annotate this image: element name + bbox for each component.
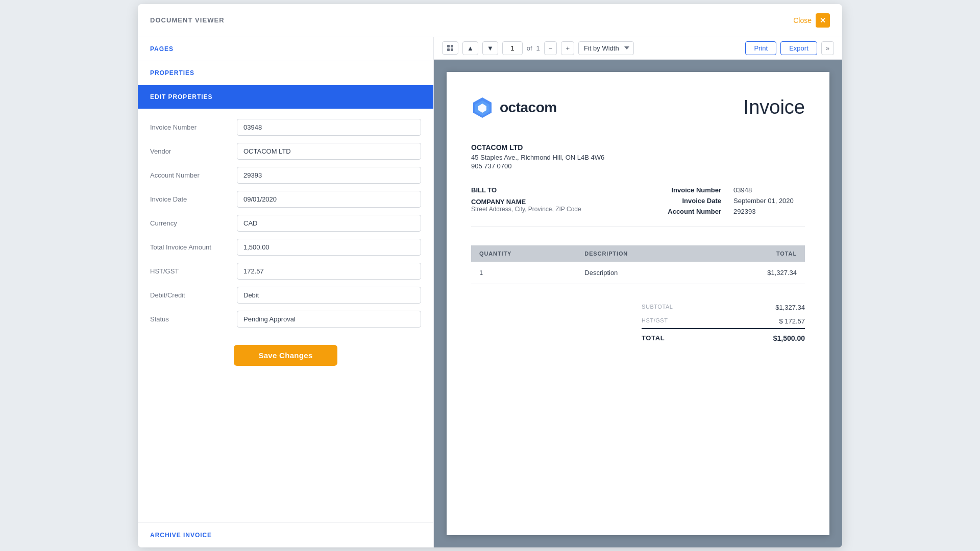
meta-account-number-value: 292393 <box>733 208 805 215</box>
form-label: Currency <box>150 219 237 227</box>
col-description: DESCRIPTION <box>576 245 705 262</box>
table-header-row: QUANTITY DESCRIPTION TOTAL <box>471 245 805 262</box>
form-input-vendor[interactable] <box>237 143 421 160</box>
subtotal-row: SUBTOTAL $1,327.34 <box>642 300 805 314</box>
right-panel: ▲ ▼ 1 of 1 − + Fit by Width Print Export… <box>434 37 842 547</box>
form-input-debit/credit[interactable] <box>237 287 421 304</box>
export-button[interactable]: Export <box>780 41 817 55</box>
col-total: TOTAL <box>705 245 805 262</box>
next-page-button[interactable]: ▼ <box>482 41 498 55</box>
meta-account-number-row: Account Number 292393 <box>660 208 805 215</box>
form-row: Total Invoice Amount <box>150 239 421 256</box>
form-row: Vendor <box>150 143 421 160</box>
properties-section[interactable]: PROPERTIES <box>138 61 433 85</box>
app-title: DOCUMENT VIEWER <box>150 16 225 24</box>
meta-invoice-date-label: Invoice Date <box>660 197 721 205</box>
table-row: 1 Description $1,327.34 <box>471 262 805 284</box>
edit-properties-header: EDIT PROPERTIES <box>138 85 433 109</box>
form-input-hst/gst[interactable] <box>237 263 421 280</box>
hst-value: $ 172.57 <box>779 317 805 325</box>
form-label: Debit/Credit <box>150 291 237 299</box>
form-input-account-number[interactable] <box>237 167 421 184</box>
form-label: Status <box>150 315 237 323</box>
form-label: Total Invoice Amount <box>150 243 237 251</box>
form-input-total-invoice-amount[interactable] <box>237 239 421 256</box>
invoice-title: Invoice <box>744 96 805 118</box>
save-btn-row: Save Changes <box>150 335 421 378</box>
company-logo-name: octacom <box>500 99 557 116</box>
meta-invoice-number-label: Invoice Number <box>660 186 721 194</box>
svg-rect-3 <box>451 48 453 51</box>
save-changes-button[interactable]: Save Changes <box>234 345 337 366</box>
bill-to-label: BILL TO <box>471 186 581 194</box>
app-window: DOCUMENT VIEWER Close ✕ PAGES PROPERTIES… <box>138 4 842 547</box>
form-row: Account Number <box>150 167 421 184</box>
from-address: 45 Staples Ave., Richmond Hill, ON L4B 4… <box>471 154 805 161</box>
invoice-page: octacom Invoice OCTACOM LTD 45 Staples A… <box>447 72 829 535</box>
invoice-from: OCTACOM LTD 45 Staples Ave., Richmond Hi… <box>471 143 805 170</box>
from-company-name: OCTACOM LTD <box>471 143 805 152</box>
form-label: Vendor <box>150 147 237 155</box>
bill-address: Street Address, City, Province, ZIP Code <box>471 206 581 213</box>
row-total: $1,327.34 <box>705 262 805 284</box>
bill-company: COMPANY NAME <box>471 198 581 206</box>
expand-button[interactable]: » <box>821 41 834 55</box>
archive-section: ARCHIVE INVOICE <box>138 522 433 547</box>
total-value: $1,500.00 <box>773 334 805 342</box>
zoom-in-button[interactable]: + <box>561 41 574 55</box>
meta-invoice-date-row: Invoice Date September 01, 2020 <box>660 197 805 205</box>
form-row: Status <box>150 311 421 328</box>
close-area: Close ✕ <box>793 13 830 28</box>
col-quantity: QUANTITY <box>471 245 576 262</box>
grid-view-button[interactable] <box>442 41 458 55</box>
form-label: Invoice Date <box>150 195 237 203</box>
row-quantity: 1 <box>471 262 576 284</box>
print-button[interactable]: Print <box>745 41 776 55</box>
bill-section: BILL TO COMPANY NAME Street Address, Cit… <box>471 186 805 227</box>
row-description: Description <box>576 262 705 284</box>
invoice-meta: Invoice Number 03948 Invoice Date Septem… <box>660 186 805 218</box>
invoice-table: QUANTITY DESCRIPTION TOTAL 1 Description… <box>471 245 805 284</box>
pages-section[interactable]: PAGES <box>138 37 433 61</box>
invoice-header: octacom Invoice <box>471 96 805 119</box>
form-input-invoice-date[interactable] <box>237 191 421 208</box>
form-row: Currency <box>150 215 421 232</box>
form-input-invoice-number[interactable] <box>237 119 421 136</box>
archive-link[interactable]: ARCHIVE INVOICE <box>150 532 212 539</box>
form-row: HST/GST <box>150 263 421 280</box>
prev-page-button[interactable]: ▲ <box>462 41 478 55</box>
subtotal-label: SUBTOTAL <box>642 304 673 311</box>
form-label: Account Number <box>150 171 237 179</box>
zoom-out-button[interactable]: − <box>544 41 557 55</box>
form-row: Invoice Number <box>150 119 421 136</box>
edit-form: Invoice NumberVendorAccount NumberInvoic… <box>138 109 433 522</box>
hst-row: HST/GST $ 172.57 <box>642 314 805 328</box>
from-phone: 905 737 0700 <box>471 162 805 170</box>
page-number-input[interactable]: 1 <box>502 41 523 55</box>
subtotal-value: $1,327.34 <box>775 304 805 311</box>
logo-area: octacom <box>471 96 557 119</box>
svg-rect-0 <box>447 45 450 47</box>
fit-select[interactable]: Fit by Width <box>578 41 634 55</box>
company-logo-icon <box>471 96 494 119</box>
header: DOCUMENT VIEWER Close ✕ <box>138 4 842 37</box>
total-row: TOTAL $1,500.00 <box>642 328 805 345</box>
meta-invoice-date-value: September 01, 2020 <box>733 197 805 205</box>
svg-rect-2 <box>447 48 450 51</box>
total-label: TOTAL <box>642 334 665 342</box>
document-area[interactable]: octacom Invoice OCTACOM LTD 45 Staples A… <box>434 60 842 547</box>
form-input-currency[interactable] <box>237 215 421 232</box>
form-label: HST/GST <box>150 267 237 275</box>
form-row: Invoice Date <box>150 191 421 208</box>
close-link[interactable]: Close <box>793 16 812 24</box>
meta-account-number-label: Account Number <box>660 208 721 215</box>
meta-invoice-number-value: 03948 <box>733 186 805 194</box>
hst-label: HST/GST <box>642 317 668 325</box>
page-of: of <box>527 44 532 52</box>
main-layout: PAGES PROPERTIES EDIT PROPERTIES Invoice… <box>138 37 842 547</box>
meta-invoice-number-row: Invoice Number 03948 <box>660 186 805 194</box>
form-row: Debit/Credit <box>150 287 421 304</box>
form-input-status[interactable] <box>237 311 421 328</box>
close-button[interactable]: ✕ <box>816 13 830 28</box>
svg-rect-1 <box>451 45 453 47</box>
